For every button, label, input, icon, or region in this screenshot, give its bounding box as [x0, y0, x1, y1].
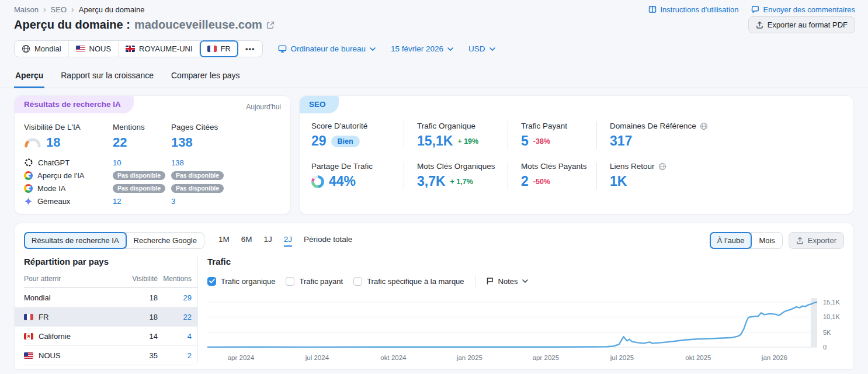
metric-organic-keywords: Mots Clés Organiques 3,7K + 1,7%: [404, 162, 508, 189]
monitor-icon: [278, 44, 287, 53]
traffic-line-chart[interactable]: [207, 295, 817, 350]
granularity-monthly[interactable]: Mois: [751, 233, 782, 248]
globe-info-icon: [700, 122, 708, 130]
notes-label: Notes: [498, 277, 518, 286]
y-axis-label: 5K: [823, 329, 831, 336]
external-link-icon[interactable]: [266, 21, 275, 29]
country-tab-label: NOUS: [89, 44, 112, 53]
ai-row-mentions[interactable]: 10: [113, 158, 121, 167]
row-mentions[interactable]: 2: [158, 351, 192, 360]
ai-pages-total: 138: [171, 135, 281, 156]
checkbox-checked-icon: [207, 277, 216, 286]
row-mentions[interactable]: 4: [158, 332, 192, 341]
metric-value[interactable]: 2: [521, 174, 529, 189]
range-2y[interactable]: 2J: [284, 235, 292, 247]
device-selector[interactable]: Ordinateur de bureau: [278, 44, 376, 53]
metric-value[interactable]: 15,1K: [417, 133, 453, 149]
table-row-californie[interactable]: Californie 14 4: [24, 327, 197, 346]
ai-row-pages[interactable]: 138: [171, 158, 184, 167]
source-toggle-google[interactable]: Recherche Google: [126, 233, 204, 248]
table-row-fr[interactable]: FR 18 22: [15, 307, 197, 327]
tab-comparer[interactable]: Comparer les pays: [170, 65, 241, 88]
fr-flag-icon: [207, 46, 217, 52]
chart-y-axis: 0 5K 10,1K 15,1K: [817, 295, 845, 350]
range-1m[interactable]: 1M: [218, 235, 230, 247]
checkbox-label: Trafic payant: [299, 277, 343, 286]
checkbox-organic-traffic[interactable]: Trafic organique: [207, 277, 275, 286]
metric-label: Trafic Organique: [417, 122, 508, 130]
metric-paid-traffic: Trafic Payant 5 -38%: [508, 122, 596, 149]
export-pdf-button[interactable]: Exporter au format PDF: [748, 16, 855, 33]
chevron-down-icon: [489, 47, 495, 51]
table-row-nous[interactable]: NOUS 35 2: [24, 346, 197, 365]
breadcrumb-seo[interactable]: SEO: [51, 5, 67, 14]
breadcrumb-separator: ›: [43, 5, 46, 14]
row-mentions[interactable]: 22: [158, 313, 192, 321]
checkbox-branded-traffic[interactable]: Trafic spécifique à la marque: [353, 277, 464, 286]
country-tab-label: Mondial: [34, 44, 61, 53]
breadcrumb: Maison › SEO › Aperçu du domaine: [14, 5, 144, 14]
metric-label: Mots Clés Payants: [521, 162, 596, 171]
us-flag-icon: [76, 46, 85, 52]
date-range-selector: 1M 6M 1J 2J Période totale: [218, 235, 352, 247]
breadcrumb-separator: ›: [71, 5, 74, 14]
notes-dropdown[interactable]: Notes: [486, 277, 528, 286]
metric-label: Trafic Payant: [521, 122, 596, 130]
range-1y[interactable]: 1J: [264, 235, 272, 247]
date-selector-label: 15 février 2026: [391, 44, 443, 53]
usage-instructions-link[interactable]: Instructions d'utilisation: [648, 5, 738, 14]
traffic-chart-svg: [207, 295, 817, 350]
row-visibility: 35: [127, 351, 158, 360]
send-feedback-link[interactable]: Envoyer des commentaires: [751, 5, 855, 14]
granularity-daily[interactable]: À l'aube: [710, 232, 752, 249]
upload-icon: [796, 237, 804, 244]
checkbox-paid-traffic[interactable]: Trafic payant: [286, 277, 343, 286]
country-tab-uk[interactable]: ROYAUME-UNI: [118, 41, 199, 57]
metric-delta: -38%: [533, 137, 550, 146]
column-header-visibility[interactable]: Visibilité: [127, 275, 158, 283]
traffic-chart-title: Trafic: [207, 257, 845, 266]
row-mentions[interactable]: 29: [158, 293, 192, 302]
y-axis-label: 10,1K: [823, 313, 840, 320]
column-header-mentions[interactable]: Mentions: [158, 275, 192, 283]
currency-selector[interactable]: USD: [468, 44, 495, 53]
country-tab-us[interactable]: NOUS: [68, 41, 119, 57]
currency-selector-label: USD: [468, 44, 485, 53]
more-countries-button[interactable]: •••: [238, 41, 262, 57]
row-country-label: Californie: [39, 332, 71, 341]
export-chart-button[interactable]: Exporter: [789, 232, 844, 249]
tab-apercu[interactable]: Aperçu: [14, 65, 44, 88]
metric-value[interactable]: 29: [311, 133, 327, 149]
table-row-mondial[interactable]: Mondial 18 29: [24, 288, 197, 307]
ai-row-label: Gémeaux: [37, 197, 70, 206]
breadcrumb-home[interactable]: Maison: [14, 5, 39, 14]
breadcrumb-row: Maison › SEO › Aperçu du domaine Instruc…: [0, 0, 868, 14]
metric-value[interactable]: 3,7K: [417, 174, 446, 189]
range-all-time[interactable]: Période totale: [304, 235, 352, 247]
country-selector: Mondial NOUS ROYAUME-UNI FR •••: [14, 40, 263, 57]
device-selector-label: Ordinateur de bureau: [291, 44, 366, 53]
metric-value[interactable]: 1K: [610, 174, 627, 189]
range-6m[interactable]: 6M: [241, 235, 252, 247]
date-selector[interactable]: 15 février 2026: [391, 44, 453, 53]
metric-label: Score D'autorité: [311, 122, 404, 130]
manual-icon: [648, 5, 657, 13]
column-header-landing[interactable]: Pour atterrir: [24, 275, 127, 283]
metric-value[interactable]: 44%: [329, 174, 356, 189]
usage-instructions-label: Instructions d'utilisation: [660, 5, 738, 14]
metric-value[interactable]: 317: [610, 133, 632, 149]
export-chart-label: Exporter: [808, 236, 836, 245]
tab-croissance[interactable]: Rapport sur la croissance: [60, 65, 155, 88]
row-country-label: FR: [39, 313, 48, 321]
country-distribution-table: Répartition par pays Pour atterrir Visib…: [15, 257, 198, 363]
country-tab-mondial[interactable]: Mondial: [15, 41, 68, 57]
ai-mentions-total: 22: [113, 135, 171, 156]
globe-info-icon: [658, 162, 666, 171]
ai-row-pages[interactable]: 3: [171, 197, 175, 206]
source-toggle-ai[interactable]: Résultats de recherche IA: [24, 232, 127, 249]
ai-row-mentions[interactable]: 12: [113, 197, 121, 206]
country-tab-fr[interactable]: FR: [199, 40, 238, 57]
country-tab-label: ROYAUME-UNI: [139, 44, 192, 53]
row-country-label: NOUS: [39, 351, 61, 360]
metric-value[interactable]: 5: [521, 133, 529, 149]
